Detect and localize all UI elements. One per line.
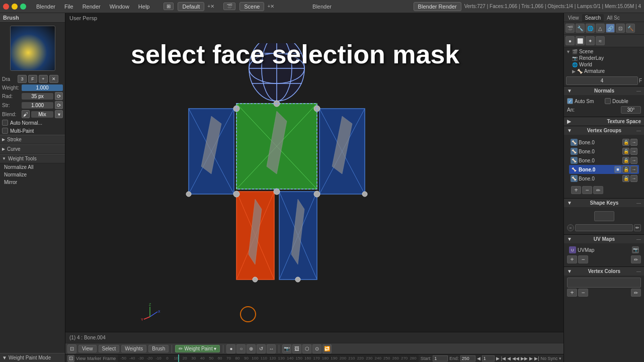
view-timeline-label[interactable]: View <box>76 356 86 361</box>
scene-tree-world[interactable]: 🌐 World <box>572 61 642 68</box>
brush-f-btn[interactable]: F <box>28 75 37 83</box>
vgroup-select-4[interactable]: → <box>630 175 637 182</box>
brush-plus-btn[interactable]: + <box>39 75 48 83</box>
help-menu-item[interactable]: Help <box>134 3 154 11</box>
world-properties-icon[interactable]: 🌐 <box>586 24 595 33</box>
uv-map-item[interactable]: U UVMap 📷 <box>567 245 641 254</box>
vgroup-item-3[interactable]: 🦴 Bone.0 ■ 🔒 → <box>569 165 639 174</box>
manipulator-icon[interactable]: ↔ <box>267 344 276 353</box>
scene-tree-scene[interactable]: ▼ 🎬 Scene <box>566 48 642 55</box>
scene-properties-icon[interactable]: 🔧 <box>576 24 585 33</box>
vertex-color-remove-button[interactable]: − <box>578 289 588 297</box>
uv-camera-icon[interactable]: 📷 <box>632 246 639 253</box>
shape-key-edit-button[interactable]: ✏ <box>634 224 641 231</box>
double-sided-checkbox[interactable] <box>605 98 611 104</box>
vgroup-lock-1[interactable]: 🔒 <box>622 148 629 155</box>
multi-paint-checkbox[interactable] <box>2 128 8 134</box>
brush-button[interactable]: Brush <box>148 345 169 352</box>
vgroup-select-0[interactable]: → <box>630 139 637 146</box>
prev-frame-button[interactable]: ◀ <box>507 356 511 361</box>
vertex-colors-header[interactable]: ▼ Vertex Colors — <box>564 267 644 276</box>
vgroup-select-2[interactable]: → <box>630 157 637 164</box>
maximize-button[interactable] <box>20 4 26 10</box>
tab-all-scenes[interactable]: All Sc <box>604 14 623 22</box>
viewport-icon[interactable]: ⊡ <box>67 344 76 353</box>
str-icon[interactable]: ⟳ <box>55 101 63 109</box>
timeline-track[interactable]: -50 -40 -30 -20 -10 0 10 20 30 40 50 60 … <box>118 354 418 362</box>
jump-end-button[interactable]: ▶| <box>534 356 539 361</box>
vgroup-add-button[interactable]: + <box>571 186 581 194</box>
engine-dropdown[interactable]: Blender Render <box>414 2 461 11</box>
modifier-properties-icon[interactable]: 🔨 <box>626 24 635 33</box>
render-mode-wire-icon[interactable]: ○ <box>236 344 246 353</box>
file-menu-item[interactable]: File <box>60 3 77 11</box>
proportional-icon[interactable]: ⊙ <box>312 344 321 353</box>
scene-icon[interactable]: 🎬 <box>223 3 235 10</box>
auto-smooth-checkbox[interactable]: ✓ <box>567 98 573 104</box>
tab-view[interactable]: View <box>565 14 582 22</box>
data-properties-icon[interactable]: ⊡ <box>616 24 625 33</box>
play-reverse-button[interactable]: ◀◀ <box>512 356 519 361</box>
normalize-item[interactable]: Normalize <box>0 171 65 178</box>
vgroup-remove-button[interactable]: − <box>582 186 592 194</box>
weight-tools-section-header[interactable]: ▼ Weight Tools <box>0 154 65 163</box>
weights-button[interactable]: Weights <box>121 345 146 352</box>
marker-timeline-label[interactable]: Marker <box>87 356 101 361</box>
uv-maps-header[interactable]: ▼ UV Maps — <box>564 235 644 243</box>
close-button[interactable] <box>3 4 9 10</box>
vgroup-item-1[interactable]: 🦴 Bone.0 🔒 → <box>569 147 639 156</box>
vgroup-select-1[interactable]: → <box>630 148 637 155</box>
uv-remove-button[interactable]: − <box>578 255 588 263</box>
weight-value[interactable]: 1.000 <box>22 84 63 91</box>
texture-properties-icon[interactable]: ⬜ <box>576 36 585 45</box>
angle-input[interactable] <box>621 106 641 114</box>
rad-icon[interactable]: ⟳ <box>55 92 63 100</box>
current-frame-input[interactable] <box>482 355 495 361</box>
physics-properties-icon[interactable]: ≈ <box>596 36 605 45</box>
vgroup-lock-2[interactable]: 🔒 <box>622 157 629 164</box>
particles-properties-icon[interactable]: ✦ <box>586 36 595 45</box>
vgroup-lock-3[interactable]: 🔒 <box>622 166 629 173</box>
viewport[interactable]: User Persp select face selection mask <box>65 13 564 362</box>
brush-num-btn[interactable]: 3 <box>18 75 27 83</box>
brush-x-btn[interactable]: ✕ <box>49 75 58 83</box>
vgroup-select-3[interactable]: → <box>630 166 637 173</box>
start-frame-input[interactable] <box>433 355 448 361</box>
vgroup-lock-0[interactable]: 🔒 <box>622 139 629 146</box>
scene-tree-armature[interactable]: ▶ 🦴 Armature <box>572 68 642 74</box>
shape-key-slider[interactable] <box>575 224 633 231</box>
vgroup-lock-4[interactable]: 🔒 <box>622 175 629 182</box>
play-button[interactable]: ▶▶ <box>521 356 528 361</box>
curve-section-header[interactable]: ▶ Curve <box>0 144 65 154</box>
render-properties-icon[interactable]: 🎬 <box>566 24 575 33</box>
vertex-color-edit-button[interactable]: ✏ <box>631 289 641 297</box>
texture-space-header[interactable]: ▶ Texture Space <box>564 117 644 126</box>
vgroup-edit-button[interactable]: ✏ <box>593 186 603 194</box>
vgroup-item-0[interactable]: 🦴 Bone.0 🔒 → <box>569 138 639 147</box>
rad-value[interactable]: 35 px <box>22 93 53 100</box>
constraint-properties-icon[interactable]: 🔗 <box>606 24 615 33</box>
scene-tree-renderlayer[interactable]: 📷 RenderLay <box>572 55 642 61</box>
render-icon[interactable]: 🖼 <box>292 344 301 353</box>
auto-normal-checkbox[interactable] <box>2 120 8 126</box>
mesh-display-icon[interactable]: ⬡ <box>302 344 311 353</box>
str-value[interactable]: 1.000 <box>22 102 53 109</box>
end-frame-input[interactable] <box>460 355 475 361</box>
pivot-icon[interactable]: ↺ <box>257 344 266 353</box>
normalize-all-item[interactable]: Normalize All <box>0 163 65 171</box>
uv-add-button[interactable]: + <box>567 255 577 263</box>
window-menu-item[interactable]: Window <box>106 3 133 11</box>
select-button[interactable]: Select <box>99 345 120 352</box>
stroke-section-header[interactable]: ▶ Stroke <box>0 135 65 144</box>
camera-view-icon[interactable]: 📷 <box>282 344 291 353</box>
layout-dropdown[interactable]: Default <box>178 2 204 11</box>
timeline-icon[interactable]: ⊡ <box>67 355 74 362</box>
value-input[interactable] <box>566 76 638 85</box>
mode-dropdown[interactable]: ✏ Weight Paint ▾ <box>175 345 220 352</box>
material-properties-icon[interactable]: ● <box>566 36 575 45</box>
scene-dropdown[interactable]: Scene <box>239 2 264 11</box>
snap-icon[interactable]: ⊕ <box>247 344 256 353</box>
next-frame-button[interactable]: ▶ <box>529 356 533 361</box>
blend-value[interactable]: Mix <box>31 111 53 118</box>
frame-timeline-label[interactable]: Frame <box>103 356 116 361</box>
